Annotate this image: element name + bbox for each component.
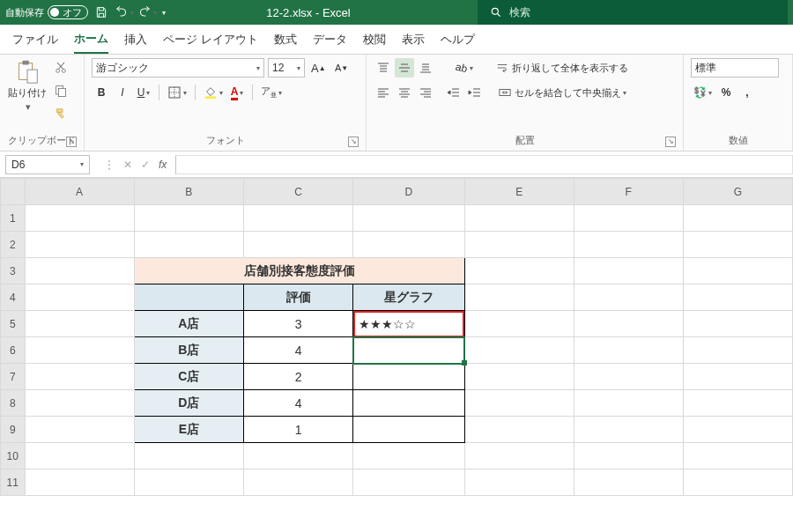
italic-button[interactable]: I: [113, 83, 132, 102]
store-stars[interactable]: [353, 417, 464, 443]
store-name[interactable]: B店: [134, 337, 243, 364]
redo-icon[interactable]: ▾: [137, 3, 157, 22]
tab-page-layout[interactable]: ページ レイアウト: [163, 32, 258, 53]
font-size-select[interactable]: 12▾: [268, 58, 305, 78]
store-name[interactable]: C店: [134, 364, 243, 390]
store-score[interactable]: 1: [243, 417, 352, 443]
tab-data[interactable]: データ: [313, 32, 347, 53]
group-number-label: 数値: [729, 135, 748, 145]
col-header[interactable]: G: [683, 179, 792, 205]
align-center-icon[interactable]: [395, 83, 414, 102]
store-score[interactable]: 2: [243, 364, 352, 390]
tab-file[interactable]: ファイル: [12, 32, 58, 53]
formula-bar: D6▾ ⋮ ✕ ✓ fx: [0, 151, 793, 178]
ribbon: 貼り付け ▾ クリップボード↘ 游ゴシック▾ 12▾ A▲ A▼ B I U▾: [0, 55, 793, 151]
autosave-toggle[interactable]: 自動保存 オフ: [5, 5, 88, 19]
paste-button[interactable]: 貼り付け ▾: [7, 58, 48, 113]
wrap-text-button[interactable]: 折り返して全体を表示する: [493, 58, 631, 78]
font-name-select[interactable]: 游ゴシック▾: [92, 58, 264, 78]
row-header[interactable]: 5: [1, 311, 26, 337]
decrease-font-icon[interactable]: A▼: [332, 58, 352, 78]
orientation-icon[interactable]: ab▾: [444, 58, 485, 78]
row-header[interactable]: 11: [1, 469, 26, 496]
row-header[interactable]: 10: [1, 443, 26, 469]
fill-color-icon[interactable]: ▾: [201, 83, 226, 102]
svg-point-4: [56, 69, 60, 72]
select-all-corner[interactable]: [1, 179, 26, 205]
copy-icon[interactable]: [51, 81, 70, 100]
store-name[interactable]: E店: [134, 417, 243, 443]
format-painter-icon[interactable]: [51, 104, 70, 123]
align-top-icon[interactable]: [374, 58, 393, 78]
row-header[interactable]: 8: [1, 390, 26, 417]
number-format-select[interactable]: 標準: [691, 58, 779, 78]
merge-center-button[interactable]: セルを結合して中央揃え▾: [493, 83, 631, 102]
header-eval[interactable]: 評価: [243, 284, 352, 311]
align-bottom-icon[interactable]: [416, 58, 435, 78]
dialog-launcher-icon[interactable]: ↘: [66, 137, 77, 147]
active-cell[interactable]: [353, 337, 464, 364]
search-box[interactable]: 検索: [478, 0, 788, 25]
table-title[interactable]: 店舗別接客態度評価: [134, 258, 464, 284]
undo-icon[interactable]: ▾: [115, 3, 134, 22]
spreadsheet-grid[interactable]: A B C D E F G 1 2 3 店舗別接客態度評価 4 評価 星グラフ …: [0, 178, 793, 496]
phonetic-icon[interactable]: ア亜▾: [258, 83, 285, 102]
row-header[interactable]: 1: [1, 205, 26, 232]
store-score[interactable]: 4: [243, 337, 352, 364]
row-header[interactable]: 7: [1, 364, 26, 390]
row-header[interactable]: 4: [1, 284, 26, 311]
col-header[interactable]: C: [243, 179, 352, 205]
store-stars[interactable]: ★★★☆☆: [353, 311, 464, 337]
col-header[interactable]: F: [574, 179, 683, 205]
align-left-icon[interactable]: [374, 83, 393, 102]
group-font-label: フォント: [206, 135, 245, 145]
store-stars[interactable]: [353, 364, 464, 390]
tab-formulas[interactable]: 数式: [274, 32, 297, 53]
col-header[interactable]: D: [353, 179, 464, 205]
store-score[interactable]: 3: [243, 311, 352, 337]
enter-icon[interactable]: ✓: [141, 159, 150, 171]
formula-input[interactable]: [175, 155, 793, 174]
cut-icon[interactable]: [51, 58, 70, 78]
dialog-launcher-icon[interactable]: ↘: [665, 137, 676, 147]
fx-icon[interactable]: fx: [159, 159, 167, 171]
increase-indent-icon[interactable]: [465, 83, 485, 102]
decrease-indent-icon[interactable]: [444, 83, 463, 102]
col-header[interactable]: A: [25, 179, 134, 205]
svg-rect-2: [22, 61, 29, 65]
dialog-launcher-icon[interactable]: ↘: [348, 137, 359, 147]
save-icon[interactable]: [92, 3, 111, 22]
increase-font-icon[interactable]: A▲: [308, 58, 329, 78]
tab-help[interactable]: ヘルプ: [441, 32, 475, 53]
tab-view[interactable]: 表示: [402, 32, 425, 53]
borders-icon[interactable]: ▾: [165, 83, 189, 102]
bold-button[interactable]: B: [92, 83, 111, 102]
name-box[interactable]: D6▾: [5, 155, 90, 174]
row-header[interactable]: 3: [1, 258, 26, 284]
tab-insert[interactable]: 挿入: [124, 32, 147, 53]
col-header[interactable]: B: [134, 179, 243, 205]
svg-rect-9: [205, 96, 216, 99]
align-middle-icon[interactable]: [395, 58, 414, 78]
formula-menu-icon[interactable]: ⋮: [104, 159, 115, 171]
align-right-icon[interactable]: [416, 83, 435, 102]
accounting-format-icon[interactable]: 💱▾: [691, 83, 715, 102]
store-name[interactable]: D店: [134, 390, 243, 417]
store-score[interactable]: 4: [243, 390, 352, 417]
header-star[interactable]: 星グラフ: [353, 284, 464, 311]
row-header[interactable]: 9: [1, 417, 26, 443]
store-stars[interactable]: [353, 390, 464, 417]
autosave-label: 自動保存: [5, 6, 44, 19]
row-header[interactable]: 2: [1, 232, 26, 258]
tab-home[interactable]: ホーム: [74, 31, 108, 54]
tab-review[interactable]: 校閲: [363, 32, 386, 53]
underline-button[interactable]: U▾: [134, 83, 153, 102]
cancel-icon[interactable]: ✕: [123, 159, 132, 171]
store-name[interactable]: A店: [134, 311, 243, 337]
row-header[interactable]: 6: [1, 337, 26, 364]
percent-format-icon[interactable]: %: [716, 83, 736, 102]
comma-format-icon[interactable]: ,: [737, 83, 757, 102]
ribbon-tabs: ファイル ホーム 挿入 ページ レイアウト 数式 データ 校閲 表示 ヘルプ: [0, 25, 793, 55]
font-color-icon[interactable]: A▾: [227, 83, 247, 102]
col-header[interactable]: E: [464, 179, 574, 205]
